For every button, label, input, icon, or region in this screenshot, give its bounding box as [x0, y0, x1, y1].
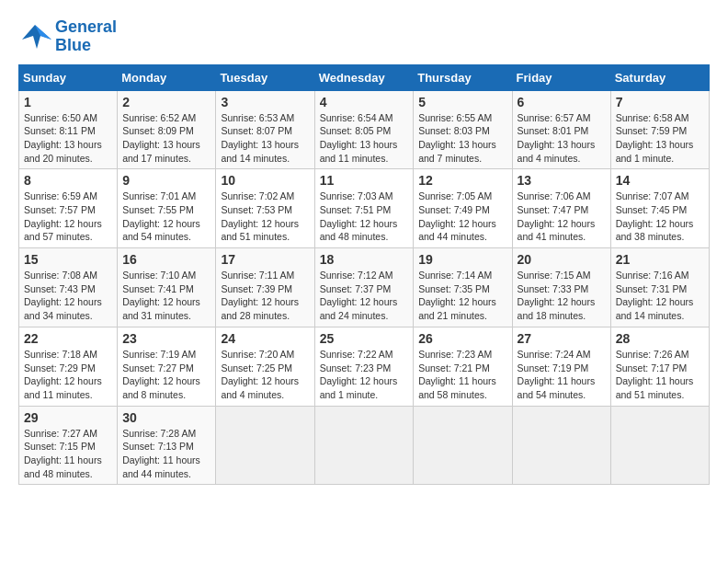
day-number: 24	[221, 331, 309, 346]
day-number: 20	[518, 252, 606, 267]
calendar-cell: 8Sunrise: 6:59 AMSunset: 7:57 PMDaylight…	[19, 169, 118, 248]
day-number: 1	[24, 95, 112, 109]
day-number: 15	[24, 252, 112, 267]
day-number: 27	[518, 331, 606, 346]
calendar-cell: 1Sunrise: 6:50 AMSunset: 8:11 PMDaylight…	[19, 90, 118, 169]
calendar-cell: 5Sunrise: 6:55 AMSunset: 8:03 PMDaylight…	[414, 90, 512, 169]
calendar-cell: 11Sunrise: 7:03 AMSunset: 7:51 PMDayligh…	[314, 169, 414, 248]
weekday-header-friday: Friday	[512, 64, 610, 90]
logo-bird-icon	[18, 23, 51, 51]
calendar-cell: 27Sunrise: 7:24 AMSunset: 7:19 PMDayligh…	[512, 327, 610, 406]
calendar-cell: 28Sunrise: 7:26 AMSunset: 7:17 PMDayligh…	[610, 327, 709, 406]
calendar-cell: 15Sunrise: 7:08 AMSunset: 7:43 PMDayligh…	[19, 248, 118, 327]
day-number: 2	[122, 95, 210, 109]
day-number: 4	[320, 95, 409, 109]
day-number: 28	[616, 331, 704, 346]
day-info: Sunrise: 7:26 AMSunset: 7:17 PMDaylight:…	[616, 348, 704, 402]
day-info: Sunrise: 7:23 AMSunset: 7:21 PMDaylight:…	[418, 348, 506, 402]
day-info: Sunrise: 7:20 AMSunset: 7:25 PMDaylight:…	[221, 348, 309, 402]
calendar-cell	[414, 406, 512, 485]
calendar-week-row: 1Sunrise: 6:50 AMSunset: 8:11 PMDaylight…	[19, 90, 710, 169]
calendar-cell: 3Sunrise: 6:53 AMSunset: 8:07 PMDaylight…	[216, 90, 314, 169]
day-info: Sunrise: 7:03 AMSunset: 7:51 PMDaylight:…	[320, 190, 409, 244]
day-number: 5	[418, 95, 506, 109]
calendar-week-row: 22Sunrise: 7:18 AMSunset: 7:29 PMDayligh…	[19, 327, 710, 406]
logo: General Blue	[18, 18, 117, 55]
calendar-cell: 29Sunrise: 7:27 AMSunset: 7:15 PMDayligh…	[19, 406, 118, 485]
weekday-header-thursday: Thursday	[414, 64, 512, 90]
day-info: Sunrise: 6:50 AMSunset: 8:11 PMDaylight:…	[24, 111, 112, 166]
day-number: 9	[122, 173, 210, 188]
day-number: 7	[616, 95, 704, 109]
calendar-cell: 23Sunrise: 7:19 AMSunset: 7:27 PMDayligh…	[118, 327, 216, 406]
calendar-cell: 19Sunrise: 7:14 AMSunset: 7:35 PMDayligh…	[414, 248, 512, 327]
day-number: 10	[221, 173, 309, 188]
calendar-cell: 12Sunrise: 7:05 AMSunset: 7:49 PMDayligh…	[414, 169, 512, 248]
day-info: Sunrise: 7:22 AMSunset: 7:23 PMDaylight:…	[320, 348, 409, 402]
weekday-header-sunday: Sunday	[19, 64, 118, 90]
weekday-header-tuesday: Tuesday	[216, 64, 314, 90]
day-number: 11	[320, 173, 409, 188]
day-number: 16	[122, 252, 210, 267]
calendar-cell: 2Sunrise: 6:52 AMSunset: 8:09 PMDaylight…	[118, 90, 216, 169]
calendar-cell: 20Sunrise: 7:15 AMSunset: 7:33 PMDayligh…	[512, 248, 610, 327]
day-number: 6	[518, 95, 606, 109]
weekday-header-row: SundayMondayTuesdayWednesdayThursdayFrid…	[19, 64, 710, 90]
day-info: Sunrise: 6:58 AMSunset: 7:59 PMDaylight:…	[616, 111, 704, 166]
day-info: Sunrise: 6:59 AMSunset: 7:57 PMDaylight:…	[24, 190, 112, 244]
calendar-cell: 18Sunrise: 7:12 AMSunset: 7:37 PMDayligh…	[314, 248, 414, 327]
calendar-cell: 9Sunrise: 7:01 AMSunset: 7:55 PMDaylight…	[118, 169, 216, 248]
calendar-cell: 30Sunrise: 7:28 AMSunset: 7:13 PMDayligh…	[118, 406, 216, 485]
calendar-cell	[314, 406, 414, 485]
day-number: 29	[24, 410, 112, 425]
day-info: Sunrise: 7:06 AMSunset: 7:47 PMDaylight:…	[518, 190, 606, 244]
calendar-cell: 6Sunrise: 6:57 AMSunset: 8:01 PMDaylight…	[512, 90, 610, 169]
day-number: 8	[24, 173, 112, 188]
day-info: Sunrise: 7:05 AMSunset: 7:49 PMDaylight:…	[418, 190, 506, 244]
page-header: General Blue	[18, 18, 710, 55]
weekday-header-saturday: Saturday	[610, 64, 709, 90]
day-info: Sunrise: 7:15 AMSunset: 7:33 PMDaylight:…	[518, 269, 606, 323]
day-info: Sunrise: 7:16 AMSunset: 7:31 PMDaylight:…	[616, 269, 704, 323]
day-number: 26	[418, 331, 506, 346]
day-number: 22	[24, 331, 112, 346]
calendar-cell: 22Sunrise: 7:18 AMSunset: 7:29 PMDayligh…	[19, 327, 118, 406]
calendar-cell: 10Sunrise: 7:02 AMSunset: 7:53 PMDayligh…	[216, 169, 314, 248]
day-number: 23	[122, 331, 210, 346]
day-info: Sunrise: 7:18 AMSunset: 7:29 PMDaylight:…	[24, 348, 112, 402]
day-info: Sunrise: 7:12 AMSunset: 7:37 PMDaylight:…	[320, 269, 409, 323]
day-info: Sunrise: 6:57 AMSunset: 8:01 PMDaylight:…	[518, 111, 606, 166]
calendar-table: SundayMondayTuesdayWednesdayThursdayFrid…	[18, 64, 710, 486]
calendar-cell	[512, 406, 610, 485]
weekday-header-wednesday: Wednesday	[314, 64, 414, 90]
calendar-cell: 14Sunrise: 7:07 AMSunset: 7:45 PMDayligh…	[610, 169, 709, 248]
day-info: Sunrise: 7:24 AMSunset: 7:19 PMDaylight:…	[518, 348, 606, 402]
day-number: 18	[320, 252, 409, 267]
day-info: Sunrise: 7:11 AMSunset: 7:39 PMDaylight:…	[221, 269, 309, 323]
calendar-cell: 25Sunrise: 7:22 AMSunset: 7:23 PMDayligh…	[314, 327, 414, 406]
calendar-week-row: 29Sunrise: 7:27 AMSunset: 7:15 PMDayligh…	[19, 406, 710, 485]
day-info: Sunrise: 7:07 AMSunset: 7:45 PMDaylight:…	[616, 190, 704, 244]
day-number: 12	[418, 173, 506, 188]
day-info: Sunrise: 7:02 AMSunset: 7:53 PMDaylight:…	[221, 190, 309, 244]
calendar-cell	[610, 406, 709, 485]
day-info: Sunrise: 7:28 AMSunset: 7:13 PMDaylight:…	[122, 427, 210, 481]
day-info: Sunrise: 7:14 AMSunset: 7:35 PMDaylight:…	[418, 269, 506, 323]
day-number: 30	[122, 410, 210, 425]
day-number: 13	[518, 173, 606, 188]
weekday-header-monday: Monday	[118, 64, 216, 90]
calendar-week-row: 15Sunrise: 7:08 AMSunset: 7:43 PMDayligh…	[19, 248, 710, 327]
day-info: Sunrise: 6:53 AMSunset: 8:07 PMDaylight:…	[221, 111, 309, 166]
calendar-cell: 21Sunrise: 7:16 AMSunset: 7:31 PMDayligh…	[610, 248, 709, 327]
day-number: 3	[221, 95, 309, 109]
day-number: 21	[616, 252, 704, 267]
logo-text: General Blue	[55, 18, 117, 55]
calendar-cell	[216, 406, 314, 485]
calendar-cell: 4Sunrise: 6:54 AMSunset: 8:05 PMDaylight…	[314, 90, 414, 169]
day-number: 14	[616, 173, 704, 188]
day-info: Sunrise: 6:52 AMSunset: 8:09 PMDaylight:…	[122, 111, 210, 166]
calendar-cell: 16Sunrise: 7:10 AMSunset: 7:41 PMDayligh…	[118, 248, 216, 327]
day-number: 17	[221, 252, 309, 267]
day-number: 25	[320, 331, 409, 346]
day-number: 19	[418, 252, 506, 267]
